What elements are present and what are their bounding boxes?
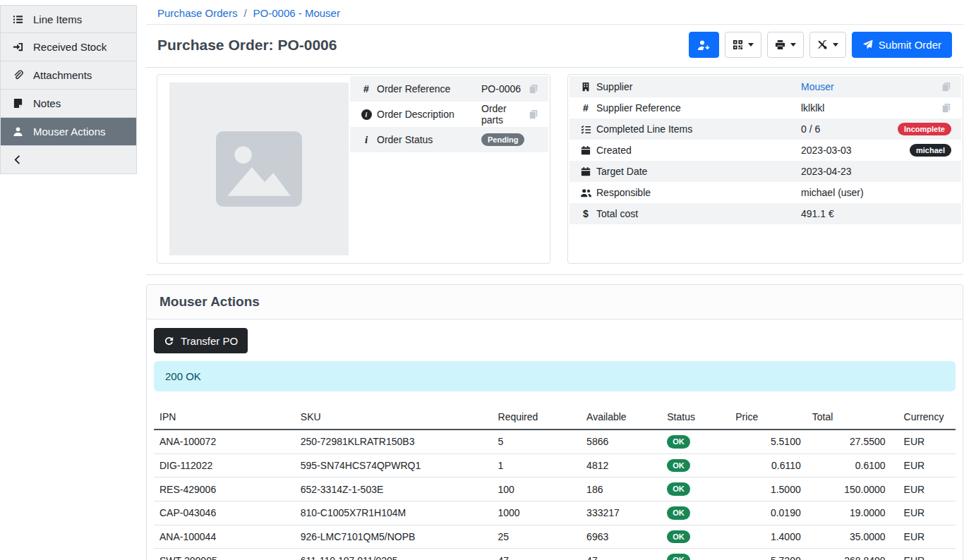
app-layout: Line ItemsReceived StockAttachmentsNotes… [0,0,976,560]
detail-row: #Order ReferencePO-0006 [350,76,548,102]
sidebar-item-label: Received Stock [33,41,107,53]
column-header-currency: Currency [891,407,956,430]
column-header-available: Available [581,407,661,430]
page-title: Purchase Order: PO-0006 [157,37,337,54]
detail-value: PO-0006 [481,83,529,95]
mouser-actions-panel: Mouser Actions Transfer PO 200 OK IPNSKU… [146,284,963,560]
detail-label: Order Reference [377,83,481,95]
detail-row: Created2023-03-03michael [570,140,961,161]
user-arrow-icon [697,39,710,51]
table-row: SWT-200005611-110.107.011/02054747OK5.72… [154,549,956,560]
submit-order-label: Submit Order [879,39,941,51]
detail-row: Completed Line Items0 / 6Incomplete [570,118,961,140]
detail-label: Created [596,145,801,156]
copy-icon[interactable] [529,84,538,94]
ok-status-badge: OK [667,530,690,544]
sidebar-item-line-items[interactable]: Line Items [0,5,137,33]
sidebar-item-label: Line Items [33,13,82,25]
info-italic-icon: i [356,134,377,146]
breadcrumb-link-purchase-orders[interactable]: Purchase Orders [157,7,237,19]
barcode-menu-button[interactable] [725,32,761,58]
printer-icon [775,39,785,50]
users-icon [575,188,596,198]
detail-value: 2023-03-03 [801,145,910,156]
submit-order-button[interactable]: Submit Order [852,32,952,58]
sidebar-item-mouser-actions[interactable]: Mouser Actions [0,118,137,146]
alert-text: 200 OK [165,370,201,382]
order-actions-menu-button[interactable] [809,32,846,58]
calendar-icon [575,145,596,155]
caret-down-icon [748,43,754,47]
copy-icon[interactable] [941,82,951,92]
supplier-details-card: SupplierMouser#Supplier Referencelklklkl… [567,74,963,264]
refresh-icon [164,336,174,346]
table-row: RES-429006652-3314Z-1-503E100186OK1.5000… [154,477,956,501]
hash-icon: # [356,84,377,94]
sidebar-item-received-stock[interactable]: Received Stock [0,33,137,61]
transfer-po-label: Transfer PO [181,335,238,347]
sidebar-item-notes[interactable]: Notes [0,90,137,118]
ok-status-badge: OK [667,435,690,449]
list-check-icon [575,124,596,135]
copy-icon[interactable] [941,103,951,113]
table-row: DIG-112022595-SN74HCS74QPWRQ114812OK0.61… [154,454,956,477]
copy-icon[interactable] [529,109,538,119]
list-icon [11,14,24,25]
detail-row: #Supplier Referencelklklkl [570,97,961,118]
detail-row: $Total cost491.1 € [570,203,961,224]
tools-icon [817,39,828,50]
sidebar-item-label: Notes [33,97,61,109]
detail-label: Order Status [377,134,481,145]
detail-value: 491.1 € [801,208,951,219]
ok-status-badge: OK [667,554,690,560]
building-icon [575,82,596,92]
detail-value: Order parts [481,103,529,126]
mouser-results-table: IPNSKURequiredAvailableStatusPriceTotalC… [154,407,956,560]
purchase-order-section: Purchase Order: PO-0006 [146,25,963,275]
sidebar-item-label: Mouser Actions [33,126,106,138]
note-icon [11,98,24,109]
detail-row: SupplierMouser [570,76,961,97]
user-action-button[interactable] [689,32,719,58]
sign-in-icon [11,42,24,52]
ok-status-badge: OK [667,506,690,520]
column-header-required: Required [493,407,582,430]
mouser-table-body: ANA-100072250-72981KLRATR150B355866OK5.5… [154,430,956,560]
detail-label: Order Description [377,109,481,120]
detail-row: Target Date2023-04-23 [570,161,961,182]
ok-status-badge: OK [667,459,690,473]
column-header-ipn: IPN [154,407,295,430]
mouser-panel-title: Mouser Actions [159,294,950,310]
print-menu-button[interactable] [767,32,804,58]
detail-row: Responsiblemichael (user) [570,182,961,203]
order-details-area: #Order ReferencePO-0006iOrder Descriptio… [146,68,963,275]
table-row: ANA-100044926-LMC7101QM5/NOPB256963OK1.4… [154,525,956,549]
detail-value: 2023-04-23 [801,166,951,177]
mouser-panel-body: Transfer PO 200 OK IPNSKURequiredAvailab… [147,319,963,560]
order-image-placeholder[interactable] [169,83,349,255]
page-header: Purchase Order: PO-0006 [146,25,963,68]
image-placeholder-icon [216,131,302,207]
detail-row: iOrder DescriptionOrder parts [350,102,548,127]
detail-value: 0 / 6 [801,123,898,135]
detail-value: lklklkl [801,102,941,114]
column-header-total: Total [807,407,891,430]
calendar-icon [575,166,596,176]
sidebar-item-attachments[interactable]: Attachments [0,61,137,90]
paper-plane-icon [862,39,873,50]
sidebar-collapse-button[interactable] [0,146,137,174]
transfer-po-button[interactable]: Transfer PO [154,328,248,353]
dollar-icon: $ [575,209,596,219]
breadcrumb: Purchase Orders / PO-0006 - Mouser [146,4,963,25]
breadcrumb-link-current-order[interactable]: PO-0006 - Mouser [253,7,340,19]
caret-down-icon [790,43,796,47]
mouser-table-head-row: IPNSKURequiredAvailableStatusPriceTotalC… [154,407,956,430]
sidebar-item-label: Attachments [33,69,92,81]
detail-label: Supplier [596,81,801,92]
breadcrumb-separator: / [243,7,246,19]
sidebar: Line ItemsReceived StockAttachmentsNotes… [0,0,137,560]
detail-row: iOrder StatusPending [350,127,548,152]
user-icon [11,126,24,137]
detail-value-link[interactable]: Mouser [801,81,941,92]
detail-value: michael (user) [801,187,951,198]
